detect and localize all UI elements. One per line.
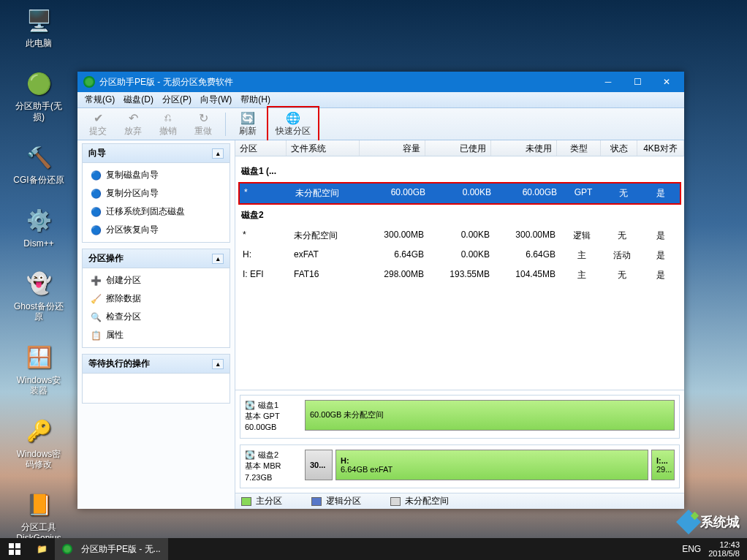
svg-rect-3 [15,550,20,555]
icon-image: 🪟 [24,343,53,372]
toolbar: ✔提交 ↶放弃 ⎌撤销 ↻重做 🔄刷新 🌐快速分区 [77,108,684,140]
operations-panel: 分区操作▴ ➕创建分区🧹擦除数据🔍检查分区📋属性 [82,249,230,348]
close-button[interactable]: ✕ [652,73,681,91]
operation-item[interactable]: 📋属性 [86,326,227,344]
minimize-button[interactable]: ─ [594,73,623,91]
operation-item[interactable]: ➕创建分区 [86,271,227,290]
app-window: 分区助手PE版 - 无损分区免费软件 ─ ☐ ✕ 常规(G)磁盘(D)分区(P)… [77,72,684,509]
partition-bar[interactable]: H:6.64GB exFAT [335,450,648,480]
taskbar-explorer[interactable]: 📁 [29,538,55,560]
operation-item[interactable]: 🧹擦除数据 [86,290,227,308]
menu-item[interactable]: 常规(G) [80,92,119,107]
table-row[interactable]: *未分配空间300.00MB0.00KB300.00MB逻辑无是 [238,226,681,246]
discard-button[interactable]: ↶放弃 [117,109,149,139]
pending-panel: 等待执行的操作▴ [82,354,230,404]
item-icon: 🔵 [90,206,102,218]
operations-panel-title: 分区操作 [88,252,124,265]
menu-item[interactable]: 向导(W) [196,92,236,107]
table-row[interactable]: I: EFIFAT16298.00MB193.55MB104.45MB主无是 [238,265,681,285]
taskbar: 📁 分区助手PE版 - 无... ENG 12:43 2018/5/8 [0,538,747,560]
wizard-item[interactable]: 🔵复制磁盘向导 [86,166,227,184]
quick-partition-button[interactable]: 🌐快速分区 [267,106,319,142]
desktop-icon[interactable]: 🟢分区助手(无损) [13,69,64,122]
table-row[interactable]: * 未分配空间 60.00GB 0.00KB 60.00GB GPT 无 是 [238,182,681,205]
item-icon: ➕ [90,275,102,287]
redo-button[interactable]: ↻重做 [187,109,219,139]
desktop-icon[interactable]: 📙分区工具DiskGenius [13,490,64,543]
svg-rect-1 [15,543,20,548]
desktop-icon[interactable]: 🔨CGI备份还原 [13,143,64,185]
menu-item[interactable]: 分区(P) [158,92,196,107]
commit-button[interactable]: ✔提交 [82,109,114,139]
icon-image: 👻 [24,269,53,298]
legend: 主分区 逻辑分区 未分配空间 [235,493,684,509]
icon-image: 🔑 [24,417,53,446]
desktop-icon[interactable]: 🖥️此电脑 [13,6,64,48]
disk-maps: 💽磁盘1 基本 GPT 60.00GB 60.00GB 未分配空间 💽磁盘2 基… [235,390,684,493]
wizard-item[interactable]: 🔵复制分区向导 [86,184,227,203]
wizard-panel-body: 🔵复制磁盘向导🔵复制分区向导🔵迁移系统到固态磁盘🔵分区恢复向导 [83,163,230,242]
maximize-button[interactable]: ☐ [623,73,652,91]
menubar: 常规(G)磁盘(D)分区(P)向导(W)帮助(H) [77,92,684,108]
collapse-icon[interactable]: ▴ [212,254,224,264]
partition-bar[interactable]: 30... [305,450,333,480]
icon-label: Ghost备份还原 [13,301,64,322]
app-icon [83,76,95,88]
icon-label: Windows安装器 [13,375,64,396]
refresh-button[interactable]: 🔄刷新 [232,109,264,139]
desktop-icon[interactable]: 🪟Windows安装器 [13,343,64,396]
tray-lang[interactable]: ENG [682,544,701,554]
desktop-icon[interactable]: ⚙️Dism++ [13,206,64,249]
wizard-item[interactable]: 🔵分区恢复向导 [86,221,227,239]
operations-panel-body: ➕创建分区🧹擦除数据🔍检查分区📋属性 [83,268,230,347]
tray-clock[interactable]: 12:43 2018/5/8 [708,540,740,558]
item-icon: 🔍 [90,311,102,323]
start-button[interactable] [0,538,29,560]
collapse-icon[interactable]: ▴ [212,359,224,369]
main-area: 分区 文件系统 容量 已使用 未使用 类型 状态 4KB对齐 磁盘1 (... … [235,140,684,509]
operation-item[interactable]: 🔍检查分区 [86,308,227,326]
icon-label: 此电脑 [26,38,52,48]
collapse-icon[interactable]: ▴ [212,148,224,159]
wizard-item[interactable]: 🔵迁移系统到固态磁盘 [86,203,227,221]
undo-button[interactable]: ⎌撤销 [152,109,184,139]
desktop-icons: 🖥️此电脑🟢分区助手(无损)🔨CGI备份还原⚙️Dism++👻Ghost备份还原… [13,6,64,543]
svg-rect-2 [9,550,14,555]
window-title: 分区助手PE版 - 无损分区免费软件 [99,76,594,88]
icon-label: Dism++ [23,238,53,249]
disk2-map[interactable]: 💽磁盘2 基本 MBR 7.23GB 30...H:6.64GB exFATI:… [240,444,680,488]
unalloc-swatch [390,497,401,506]
disk-icon: 💽 [245,450,255,461]
globe-icon: 🌐 [286,110,300,125]
sidebar: 向导▴ 🔵复制磁盘向导🔵复制分区向导🔵迁移系统到固态磁盘🔵分区恢复向导 分区操作… [77,140,235,509]
grid-body[interactable]: 磁盘1 (... * 未分配空间 60.00GB 0.00KB 60.00GB … [235,156,684,390]
disk2-label: 磁盘2 [238,205,681,226]
menu-item[interactable]: 帮助(H) [236,92,275,107]
icon-label: CGI备份还原 [13,175,64,185]
disk-icon: 💽 [245,400,255,411]
item-icon: 🔵 [90,170,102,181]
svg-rect-0 [9,543,14,548]
item-icon: 🔵 [90,224,102,236]
desktop-icon[interactable]: 👻Ghost备份还原 [13,269,64,322]
icon-image: 📙 [24,490,53,519]
taskbar-app[interactable]: 分区助手PE版 - 无... [55,538,168,560]
desktop-icon[interactable]: 🔑Windows密码修改 [13,417,64,470]
partition-bar[interactable]: 60.00GB 未分配空间 [305,400,675,431]
wizard-panel: 向导▴ 🔵复制磁盘向导🔵复制分区向导🔵迁移系统到固态磁盘🔵分区恢复向导 [82,143,230,243]
icon-image: 🖥️ [24,6,53,35]
item-icon: 🔵 [90,188,102,200]
icon-image: 🔨 [24,143,53,172]
icon-label: Windows密码修改 [13,449,64,470]
disk1-map[interactable]: 💽磁盘1 基本 GPT 60.00GB 60.00GB 未分配空间 [240,395,680,439]
primary-swatch [241,497,251,506]
grid-header: 分区 文件系统 容量 已使用 未使用 类型 状态 4KB对齐 [235,140,684,156]
pending-panel-title: 等待执行的操作 [88,357,150,370]
icon-image: ⚙️ [24,206,53,235]
item-icon: 🧹 [90,293,102,305]
partition-bar[interactable]: I:...29... [651,450,675,480]
disk1-label: 磁盘1 (... [238,161,681,182]
menu-item[interactable]: 磁盘(D) [119,92,158,107]
wizard-panel-title: 向导 [88,147,106,159]
table-row[interactable]: H:exFAT6.64GB0.00KB6.64GB主活动是 [238,246,681,265]
